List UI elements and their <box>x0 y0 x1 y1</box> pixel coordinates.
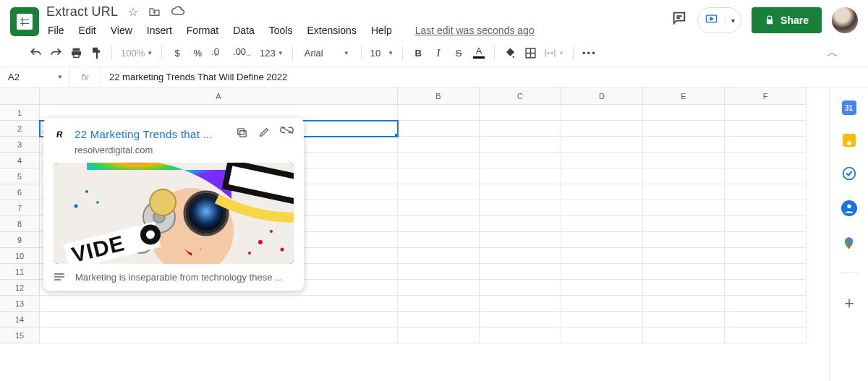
cell[interactable] <box>643 105 725 121</box>
maps-icon[interactable] <box>841 235 857 251</box>
cell[interactable] <box>561 184 643 200</box>
more-toolbar-button[interactable]: ••• <box>579 43 600 62</box>
cell[interactable] <box>643 216 725 232</box>
redo-button[interactable] <box>46 43 65 62</box>
cell[interactable] <box>480 184 561 200</box>
cell[interactable] <box>643 232 725 248</box>
cell[interactable] <box>643 328 725 343</box>
link-preview-thumbnail[interactable]: VIDE <box>54 163 294 264</box>
menu-format[interactable]: Format <box>181 22 224 39</box>
column-header[interactable]: F <box>725 87 807 105</box>
cell[interactable] <box>480 296 561 312</box>
cell[interactable] <box>398 232 480 248</box>
cell[interactable] <box>561 264 643 280</box>
strikethrough-button[interactable]: S <box>449 43 468 62</box>
cell[interactable] <box>561 121 643 137</box>
row-header[interactable]: 4 <box>0 153 40 168</box>
comments-icon[interactable] <box>671 10 687 30</box>
row-header[interactable]: 7 <box>0 200 40 216</box>
add-on-button[interactable]: ＋ <box>841 295 857 311</box>
row-header[interactable]: 1 <box>0 105 40 121</box>
cell[interactable] <box>643 312 725 328</box>
row-header[interactable]: 11 <box>0 264 40 280</box>
cell[interactable] <box>725 328 807 343</box>
print-button[interactable] <box>67 43 85 62</box>
font-select[interactable]: Arial▼ <box>299 43 355 62</box>
row-header[interactable]: 3 <box>0 137 40 153</box>
cell[interactable] <box>725 121 807 137</box>
font-size-select[interactable]: 10▼ <box>367 43 396 62</box>
cell[interactable] <box>398 280 480 296</box>
menu-file[interactable]: File <box>42 22 70 39</box>
cell[interactable] <box>480 216 561 232</box>
cell[interactable] <box>561 312 643 328</box>
link-preview-title[interactable]: 22 Marketing Trends that ... <box>75 128 227 140</box>
collapse-toolbar-button[interactable]: ︿ <box>823 43 842 62</box>
share-button[interactable]: Share <box>752 7 822 33</box>
menu-data[interactable]: Data <box>227 22 260 39</box>
cell[interactable] <box>398 328 480 343</box>
bold-button[interactable]: B <box>409 43 427 62</box>
cell[interactable] <box>643 296 725 312</box>
cell[interactable] <box>561 200 643 216</box>
cell[interactable] <box>480 264 561 280</box>
name-box[interactable]: A2▼ <box>0 67 70 87</box>
move-icon[interactable] <box>148 6 161 19</box>
cell[interactable] <box>480 168 561 184</box>
decrease-decimal-button[interactable]: .0← <box>208 43 229 62</box>
keep-icon[interactable] <box>843 134 856 147</box>
cell[interactable] <box>643 137 725 153</box>
doc-title[interactable]: Extract URL <box>46 4 118 20</box>
cell[interactable] <box>398 105 480 121</box>
contacts-icon[interactable] <box>841 200 857 216</box>
cloud-status-icon[interactable] <box>171 6 185 19</box>
undo-button[interactable] <box>26 43 45 62</box>
cell[interactable] <box>643 264 725 280</box>
edit-link-icon[interactable] <box>258 127 270 142</box>
cell[interactable] <box>725 296 807 312</box>
column-header[interactable]: D <box>561 87 643 105</box>
cell[interactable] <box>725 153 807 168</box>
cell[interactable] <box>480 232 561 248</box>
cell[interactable] <box>398 168 480 184</box>
paint-format-button[interactable] <box>87 43 106 62</box>
zoom-select[interactable]: 100%▼ <box>118 43 156 62</box>
cell[interactable] <box>398 153 480 168</box>
cell[interactable] <box>398 296 480 312</box>
cell[interactable] <box>561 296 643 312</box>
meet-dropdown-icon[interactable]: ▾ <box>725 17 741 25</box>
row-header[interactable]: 14 <box>0 312 40 328</box>
cell[interactable] <box>725 168 807 184</box>
cell[interactable] <box>725 232 807 248</box>
menu-view[interactable]: View <box>105 22 138 39</box>
cell[interactable] <box>643 200 725 216</box>
cell[interactable] <box>398 200 480 216</box>
cell[interactable] <box>643 248 725 264</box>
cell[interactable] <box>561 153 643 168</box>
cell[interactable] <box>40 312 398 328</box>
format-percent-button[interactable]: % <box>188 43 207 62</box>
menu-insert[interactable]: Insert <box>141 22 178 39</box>
cell[interactable] <box>480 280 561 296</box>
increase-decimal-button[interactable]: .00→ <box>230 43 255 62</box>
cell[interactable] <box>40 296 398 312</box>
cell[interactable] <box>725 184 807 200</box>
more-formats-button[interactable]: 123▼ <box>257 43 286 62</box>
cell[interactable] <box>398 121 480 137</box>
cell[interactable] <box>561 248 643 264</box>
cell[interactable] <box>643 184 725 200</box>
cell[interactable] <box>561 168 643 184</box>
cell[interactable] <box>398 248 480 264</box>
cell[interactable] <box>480 200 561 216</box>
sheets-logo[interactable] <box>10 7 39 36</box>
borders-button[interactable] <box>521 43 540 62</box>
column-header[interactable]: E <box>643 87 725 105</box>
cell[interactable] <box>480 248 561 264</box>
row-header[interactable]: 15 <box>0 328 40 343</box>
cell[interactable] <box>398 216 480 232</box>
cell[interactable] <box>561 280 643 296</box>
cell[interactable] <box>725 312 807 328</box>
row-header[interactable]: 8 <box>0 216 40 232</box>
cell[interactable] <box>480 328 561 343</box>
cell[interactable] <box>561 137 643 153</box>
